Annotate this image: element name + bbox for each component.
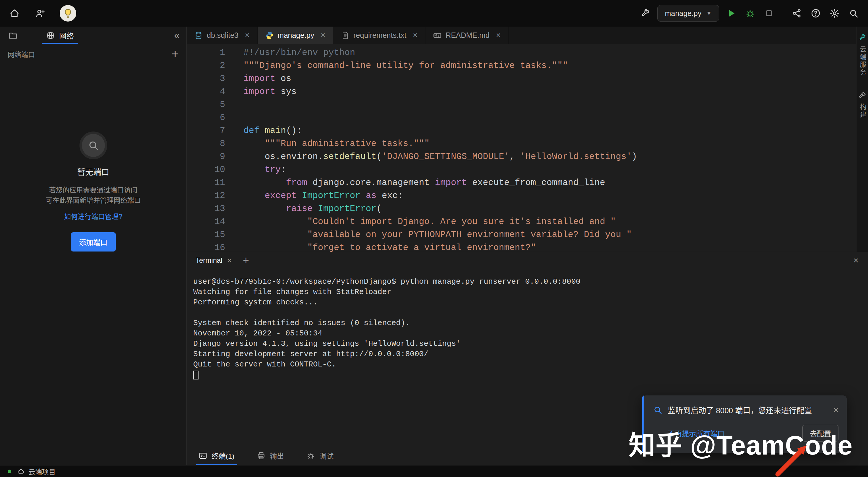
toast-row-message: 监听到启动了 8000 端口，您还未进行配置 ×: [642, 395, 847, 415]
terminal-output[interactable]: user@dcs-b7795b1c-0:/workspace/PythonDja…: [187, 269, 868, 380]
code-area: 1#!/usr/bin/env python2"""Django's comma…: [187, 46, 856, 252]
panel-tab-label: 输出: [270, 450, 284, 461]
rail-label: 云端服务: [858, 46, 867, 77]
new-terminal-icon[interactable]: +: [243, 254, 249, 267]
code-line: 1#!/usr/bin/env python: [187, 46, 856, 59]
tab-db-sqlite3[interactable]: db.sqlite3 ×: [187, 27, 258, 44]
line-number: 6: [187, 111, 234, 124]
line-number: 4: [187, 85, 234, 98]
panel-tab-label: 终端(1): [212, 450, 234, 461]
close-tab-icon[interactable]: ×: [321, 31, 326, 40]
line-number: 1: [187, 46, 234, 59]
terminal-line: Starting development server at http://0.…: [193, 349, 868, 359]
line-number: 2: [187, 59, 234, 72]
avatar[interactable]: [60, 5, 76, 22]
panel-tab-debug[interactable]: 调试: [304, 446, 336, 465]
empty-state-title: 暂无端口: [78, 166, 109, 177]
tab-label: README.md: [445, 31, 490, 39]
statusbar: 云端项目: [0, 465, 868, 477]
close-tab-icon[interactable]: ×: [496, 31, 501, 40]
code-line: 3import os: [187, 72, 856, 85]
tab-manage-py[interactable]: manage.py ×: [258, 27, 333, 44]
stop-button[interactable]: [762, 6, 776, 20]
invite-user-icon[interactable]: [34, 6, 47, 20]
tab-readme-md[interactable]: README.md ×: [426, 27, 508, 44]
code-line: 16 "forget to activate a virtual environ…: [187, 241, 856, 252]
tab-label: requirements.txt: [353, 31, 406, 39]
line-number: 10: [187, 163, 234, 176]
build-hammer-icon: [858, 91, 866, 99]
code-line: 5: [187, 98, 856, 111]
run-target-select[interactable]: manage.py ▼: [657, 5, 719, 22]
line-number: 9: [187, 150, 234, 163]
cloud-service-wrench-icon: [858, 34, 866, 42]
terminal-tab[interactable]: Terminal ×: [191, 252, 236, 269]
code-line: 14 "Couldn't import Django. Are you sure…: [187, 215, 856, 228]
panel-tab-output[interactable]: 输出: [254, 446, 286, 465]
topbar-right: manage.py ▼: [633, 5, 860, 22]
tools-wrench-icon[interactable]: [639, 6, 652, 20]
line-number: 16: [187, 241, 234, 252]
empty-state-desc-1: 若您的应用需要通过端口访问: [49, 185, 137, 196]
toast-message: 监听到启动了 8000 端口，您还未进行配置: [668, 404, 830, 415]
line-number: 3: [187, 72, 234, 85]
close-terminal-tab-icon[interactable]: ×: [227, 256, 231, 265]
text-file-icon: [341, 31, 349, 39]
search-icon[interactable]: [847, 6, 860, 20]
help-icon[interactable]: [809, 6, 823, 20]
rail-item-build[interactable]: 构建: [858, 91, 867, 119]
network-side-panel: 网络 « 网络端口 + 暂无端口 若您的应用需要通过端口访问 可在此界面新增并管…: [0, 27, 187, 465]
toast-search-icon: [653, 405, 662, 415]
globe-icon: [46, 31, 55, 40]
code-line: 6: [187, 111, 856, 124]
home-icon[interactable]: [8, 6, 21, 20]
code-line: 9 os.environ.setdefault('DJANGO_SETTINGS…: [187, 150, 856, 163]
right-activity-rail: 云端服务 构建: [856, 27, 868, 252]
run-button[interactable]: [724, 6, 738, 20]
side-panel-tabs: 网络 «: [0, 27, 186, 44]
add-port-plus-icon[interactable]: +: [172, 48, 179, 60]
line-number: 12: [187, 189, 234, 202]
terminal-line: Django version 4.1.3, using settings 'He…: [193, 339, 868, 349]
settings-gear-icon[interactable]: [828, 6, 841, 20]
rail-item-cloud-services[interactable]: 云端服务: [858, 34, 867, 77]
network-ports-section-header: 网络端口 +: [0, 44, 186, 64]
empty-state-desc-2: 可在此界面新增并管理网络端口: [46, 196, 141, 206]
debug-bug-icon: [306, 451, 315, 460]
topbar: manage.py ▼: [0, 0, 868, 27]
printer-icon: [257, 451, 266, 460]
share-icon[interactable]: [790, 6, 804, 20]
toast-close-icon[interactable]: ×: [833, 405, 838, 415]
cloud-project-label[interactable]: 云端项目: [28, 466, 56, 476]
close-tab-icon[interactable]: ×: [413, 31, 418, 40]
empty-search-icon: [82, 134, 105, 157]
debug-button[interactable]: [743, 6, 757, 20]
ports-empty-state: 暂无端口 若您的应用需要通过端口访问 可在此界面新增并管理网络端口 如何进行端口…: [0, 134, 186, 251]
tab-label: manage.py: [278, 31, 314, 39]
code-editor[interactable]: 1#!/usr/bin/env python2"""Django's comma…: [187, 44, 856, 252]
tab-requirements-txt[interactable]: requirements.txt ×: [333, 27, 426, 44]
file-explorer-icon[interactable]: [8, 31, 18, 40]
code-line: 13 raise ImportError(: [187, 202, 856, 215]
run-target-label: manage.py: [665, 9, 701, 18]
watermark-text: 知乎 @TeamCode: [629, 424, 852, 462]
cloud-icon: [17, 468, 25, 475]
terminal-line: Watching for file changes with StatReloa…: [193, 287, 868, 297]
port-management-help-link[interactable]: 如何进行端口管理?: [64, 211, 122, 221]
collapse-panel-icon[interactable]: «: [174, 29, 180, 42]
tab-network-label: 网络: [59, 30, 74, 41]
add-port-button[interactable]: 添加端口: [71, 232, 116, 251]
close-tab-icon[interactable]: ×: [245, 31, 250, 40]
terminal-line: November 10, 2022 - 05:50:34: [193, 328, 868, 339]
line-number: 11: [187, 176, 234, 189]
panel-tab-terminal[interactable]: 终端(1): [196, 446, 237, 465]
line-number: 5: [187, 98, 234, 111]
line-number: 13: [187, 202, 234, 215]
line-number: 15: [187, 228, 234, 241]
terminal-line: System check identified no issues (0 sil…: [193, 318, 868, 328]
terminal-cursor: [193, 370, 198, 380]
terminal-line: user@dcs-b7795b1c-0:/workspace/PythonDja…: [193, 277, 868, 287]
tab-network[interactable]: 网络: [42, 27, 78, 44]
code-line: 8 """Run administrative tasks.""": [187, 137, 856, 150]
close-panel-icon[interactable]: ×: [853, 255, 859, 265]
